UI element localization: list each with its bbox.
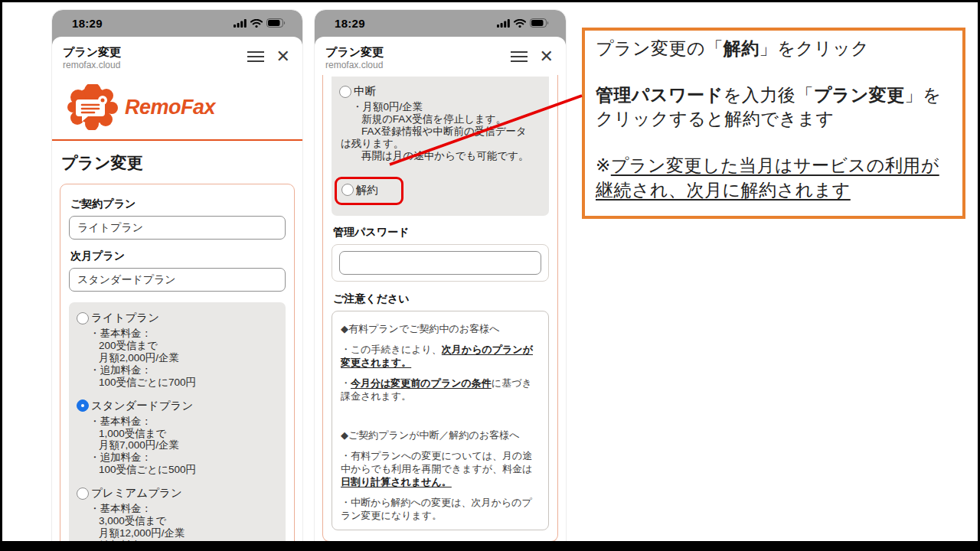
admin-password-group [332, 244, 549, 282]
plan-detail-line: 新規のFAX受信を停止します。 [339, 113, 541, 126]
contract-plan-input[interactable] [69, 216, 286, 240]
plan-option: ライトプラン・基本料金：200受信まで月額2,000円/企業・追加料金：100受… [77, 311, 278, 389]
plan-detail-line: 月額7,000円/企業 [77, 439, 278, 452]
in-app-browser-sheet: プラン変更 remofax.cloud ✕ 中断・月額0円/企業新規のFAX受信… [315, 37, 566, 543]
page-title: プラン変更 [61, 152, 293, 174]
phone-screenshot-left: 18:29 プラン変更 remofax.cloud ✕ [52, 10, 302, 543]
header-divider [52, 139, 302, 141]
plan-detail-line: 200受信まで [77, 340, 278, 352]
admin-password-label: 管理パスワード [333, 226, 547, 240]
battery-icon [266, 18, 286, 28]
plan-detail-line: 3,000受信まで [77, 515, 278, 527]
admin-password-input[interactable] [339, 251, 541, 275]
remofax-logo-icon [67, 84, 118, 130]
cellular-signal-icon [234, 19, 247, 28]
plan-detail-line: FAX登録情報や中断前の受信データ [339, 126, 541, 138]
plan-detail-line: ・基本料金： [77, 328, 278, 340]
plan-change-form: ご契約プラン 次月プラン ライトプラン・基本料金：200受信まで月額2,000円… [60, 184, 295, 543]
browser-page-title: プラン変更 [325, 45, 384, 59]
notice-box: ◆有料プランでご契約中のお客様へ・この手続きにより、次月からのプランが変更されま… [332, 311, 549, 531]
callout-paragraph: 管理パスワードを入力後「プラン変更」をクリックすると解約できます [596, 83, 952, 132]
plan-option: スタンダードプラン・基本料金：1,000受信まで月額7,000円/企業・追加料金… [77, 399, 278, 477]
browser-header: プラン変更 remofax.cloud ✕ [52, 37, 302, 75]
plan-option-label: 中断 [354, 84, 376, 99]
notice-paragraph: ・有料プランへの変更については、月の途中からでも利用を再開できますが、料金は日割… [341, 450, 540, 488]
in-app-browser-sheet: プラン変更 remofax.cloud ✕ [52, 37, 302, 543]
plan-detail-line: は残ります。 [339, 138, 541, 150]
plan-option: 解約 [339, 172, 541, 205]
notice-label: ご注意ください [333, 292, 547, 306]
callout-paragraph: ※プラン変更した当月はサービスの利用が継続され、次月に解約されます [596, 154, 952, 202]
plan-option-label: プレミアムプラン [91, 486, 182, 500]
plan-option-label: スタンダードプラン [91, 399, 193, 413]
plan-options-list: ライトプラン・基本料金：200受信まで月額2,000円/企業・追加料金：100受… [69, 302, 286, 543]
callout-note: プラン変更の「解約」をクリック管理パスワードを入力後「プラン変更」をクリックする… [582, 28, 965, 219]
notice-paragraph: ・中断から解約への変更は、次月からのプラン変更になります。 [341, 497, 540, 522]
browser-url: remofax.cloud [63, 60, 121, 70]
wifi-icon [514, 19, 526, 28]
plan-option-label: 解約 [356, 183, 378, 197]
radio-unselected[interactable] [77, 312, 89, 324]
plan-option: プレミアムプラン・基本料金：3,000受信まで月額12,000円/企業・追加料金… [77, 486, 278, 543]
plan-detail-line: ・追加料金： [77, 364, 278, 377]
callout-paragraph: プラン変更の「解約」をクリック [596, 37, 952, 61]
plan-detail-line: 100受信ごとに500円 [77, 464, 278, 476]
plan-option: 中断・月額0円/企業新規のFAX受信を停止します。FAX登録情報や中断前の受信デ… [339, 84, 541, 162]
radio-selected[interactable] [77, 399, 89, 412]
status-icons [234, 18, 286, 28]
notice-paragraph: ・この手続きにより、次月からのプランが変更されます。 [341, 344, 540, 369]
radio-unselected[interactable] [77, 487, 89, 500]
menu-icon[interactable] [247, 48, 264, 65]
plan-detail-line: 再開は月の途中からでも可能です。 [339, 150, 541, 162]
radio-unselected[interactable] [341, 184, 354, 196]
plan-detail-line: ・基本料金： [77, 416, 278, 428]
menu-icon[interactable] [511, 48, 528, 65]
plan-detail-line: ・追加料金： [77, 540, 278, 543]
plan-detail-line: 1,000受信まで [77, 428, 278, 440]
plan-detail-line: ・基本料金： [77, 503, 278, 515]
slide-canvas: 18:29 プラン変更 remofax.cloud ✕ [0, 0, 980, 551]
status-time: 18:29 [72, 17, 103, 30]
plan-detail-line: ・月額0円/企業 [339, 101, 541, 113]
close-icon[interactable]: ✕ [276, 49, 290, 64]
plan-detail-line: 100受信ごとに700円 [77, 377, 278, 389]
red-highlight-box: 解約 [335, 177, 403, 205]
notice-paragraph: ◆有料プランでご契約中のお客様へ [341, 323, 540, 336]
browser-page-title: プラン変更 [63, 45, 121, 59]
notice-paragraph: ・今月分は変更前のプランの条件に基づき課金されます。 [341, 377, 540, 403]
browser-url: remofax.cloud [325, 60, 384, 70]
contract-plan-label: ご契約プラン [70, 197, 284, 211]
cellular-signal-icon [497, 19, 510, 28]
notice-paragraph: ◆ご契約プランが中断／解約のお客様へ [341, 429, 540, 442]
status-time: 18:29 [335, 17, 365, 30]
plan-detail-line: 月額2,000円/企業 [77, 352, 278, 364]
wifi-icon [250, 19, 263, 28]
browser-header: プラン変更 remofax.cloud ✕ [315, 37, 566, 75]
remofax-logo-text: RemoFax [125, 96, 215, 119]
battery-icon [530, 18, 549, 28]
plan-detail-line: 月額12,000円/企業 [77, 527, 278, 540]
plan-change-form-scrolled: 中断・月額0円/企業新規のFAX受信を停止します。FAX登録情報や中断前の受信デ… [322, 75, 558, 542]
plan-detail-line: ・追加料金： [77, 452, 278, 464]
radio-unselected[interactable] [339, 86, 351, 98]
plan-options-list: 中断・月額0円/企業新規のFAX受信を停止します。FAX登録情報や中断前の受信デ… [332, 77, 549, 216]
next-month-plan-label: 次月プラン [70, 249, 284, 263]
next-month-plan-input[interactable] [69, 268, 286, 292]
close-icon[interactable]: ✕ [540, 49, 554, 64]
remofax-logo: RemoFax [52, 75, 302, 138]
plan-option-label: ライトプラン [91, 311, 159, 325]
phone-screenshot-right: 18:29 プラン変更 remofax.cloud ✕ 中断・月額0円/企業新規… [315, 10, 566, 543]
status-icons [497, 18, 549, 28]
